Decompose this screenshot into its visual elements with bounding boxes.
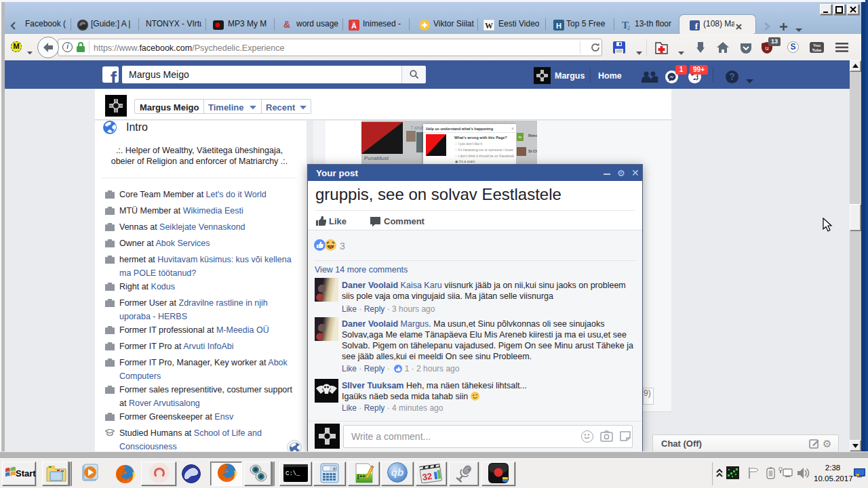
svg-text:32: 32 <box>422 471 433 483</box>
svg-text:H: H <box>556 22 561 30</box>
svg-text:[++: [++ <box>357 473 366 479</box>
svg-text:W: W <box>485 21 493 30</box>
svg-text:2: 2 <box>627 25 630 30</box>
svg-text:f: f <box>111 68 117 83</box>
svg-text:You: You <box>813 43 821 47</box>
svg-text:f: f <box>695 21 698 30</box>
svg-text:Tube: Tube <box>812 48 823 52</box>
svg-text:C:\_: C:\_ <box>285 470 300 477</box>
svg-text:Ä: Ä <box>351 22 357 30</box>
